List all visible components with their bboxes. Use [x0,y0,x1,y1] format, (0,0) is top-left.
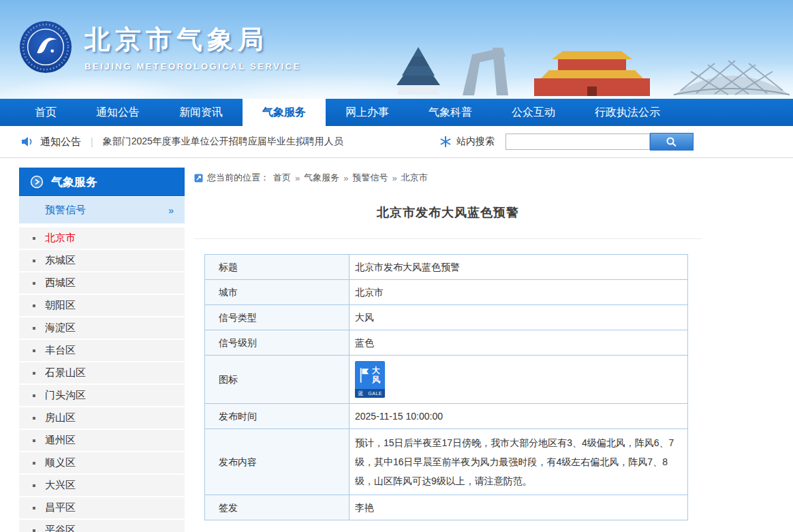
table-row: 信号类型 大风 [205,305,688,330]
gale-warning-level: 蓝 [358,387,363,398]
breadcrumb-separator: » [392,173,396,183]
circle-arrow-icon [30,175,44,189]
sidebar: 气象服务 预警信号 » 北京市 东城区 西城区 朝阳区 海淀区 丰台区 石景山区… [19,168,185,532]
notice-ticker-link[interactable]: 象部门2025年度事业单位公开招聘应届毕业生拟聘用人员 [103,136,349,148]
district-item[interactable]: 顺义区 [19,452,185,473]
main-nav: 首页 通知公告 新闻资讯 气象服务 网上办事 气象科普 公众互动 行政执法公示 [0,99,793,126]
site-search: 站内搜索 [440,126,694,157]
tiananmen-gate-icon [534,51,650,96]
row-value: 北京市 [349,280,688,305]
beijing-skyline-illustration [371,17,793,99]
search-input[interactable] [506,134,650,150]
row-label: 发布时间 [205,404,349,429]
nav-item-notices[interactable]: 通知公告 [76,99,159,126]
district-label: 丰台区 [45,344,76,357]
row-value: 蓝色 [349,330,688,356]
district-label: 海淀区 [45,322,76,334]
row-value: 大风 [349,305,688,330]
nav-item-public-interaction[interactable]: 公众互动 [492,99,575,126]
table-row: 签发 李艳 [205,495,688,520]
district-label: 东城区 [45,254,76,267]
row-label: 标题 [205,255,349,280]
location-arrow-icon [194,174,203,183]
snowflake-icon [440,136,451,147]
bullet-icon [33,304,35,307]
breadcrumb-beijing[interactable]: 北京市 [401,172,428,184]
breadcrumb-separator: » [295,173,300,183]
district-label: 房山区 [45,411,76,424]
district-label: 昌平区 [45,501,76,514]
district-list: 北京市 东城区 西城区 朝阳区 海淀区 丰台区 石景山区 门头沟区 房山区 通州… [19,228,185,532]
search-button[interactable] [650,133,694,151]
breadcrumb-weather-services[interactable]: 气象服务 [304,172,339,184]
chevron-right-icon: » [168,205,174,216]
bullet-icon [33,529,35,532]
breadcrumb-home[interactable]: 首页 [273,172,291,184]
district-item[interactable]: 大兴区 [19,475,185,496]
nav-item-weather-services[interactable]: 气象服务 [243,99,326,126]
row-label: 签发 [205,495,349,520]
page: 北京市气象局 BEIJING METEOROLOGICAL SERVICE 首页… [0,0,793,532]
district-item[interactable]: 石景山区 [19,362,185,384]
brand: 北京市气象局 BEIJING METEOROLOGICAL SERVICE [19,20,301,74]
table-row: 标题 北京市发布大风蓝色预警 [205,255,688,280]
search-icon [666,136,678,147]
district-label: 顺义区 [45,456,76,469]
row-value: 2025-11-15 10:00:00 [349,404,688,429]
district-item[interactable]: 门头沟区 [19,385,185,406]
district-item[interactable]: 西城区 [19,272,185,294]
row-label: 信号级别 [205,330,349,356]
sidebar-title: 气象服务 [19,168,185,196]
title-divider [194,238,702,239]
table-row: 图标 大风 蓝 GAL [205,356,688,404]
sidebar-item-warning-signals[interactable]: 预警信号 » [19,196,185,223]
district-item[interactable]: 丰台区 [19,340,185,361]
bullet-icon [33,372,35,375]
gale-warning-type-label: 大风 [372,366,381,384]
district-item[interactable]: 平谷区 [19,520,185,532]
breadcrumb-warning-signals[interactable]: 预警信号 [352,172,388,184]
row-label: 发布内容 [205,429,349,495]
nav-item-news[interactable]: 新闻资讯 [159,99,243,126]
district-item[interactable]: 昌平区 [19,497,185,518]
main-content: 您当前的位置： 首页 » 气象服务 » 预警信号 » 北京市 北京市发布大风蓝色… [194,172,702,520]
page-title: 北京市发布大风蓝色预警 [194,204,702,221]
bullet-icon [33,260,35,262]
row-label: 城市 [205,280,349,305]
bullet-icon [33,462,35,465]
nav-item-law-enforcement[interactable]: 行政执法公示 [575,99,680,126]
district-item[interactable]: 东城区 [19,250,185,271]
district-label: 平谷区 [45,524,76,532]
bullet-icon [33,282,35,285]
gale-warning-icon: 大风 蓝 GALE [355,361,385,398]
brand-text: 北京市气象局 BEIJING METEOROLOGICAL SERVICE [84,22,301,72]
district-item[interactable]: 海淀区 [19,317,185,339]
district-label: 朝阳区 [45,299,76,312]
bullet-icon [33,484,35,487]
row-value: 大风 蓝 GALE [349,356,688,404]
sidebar-sub-label: 预警信号 [45,204,86,217]
notice-label: 通知公告 [40,136,81,148]
row-label: 信号类型 [205,305,349,330]
district-item[interactable]: 通州区 [19,430,185,451]
gale-warning-level-strip: 蓝 GALE [355,389,385,398]
district-item[interactable]: 房山区 [19,407,185,428]
speaker-icon [20,136,34,147]
nav-item-home[interactable]: 首页 [15,99,76,126]
warning-detail-table: 标题 北京市发布大风蓝色预警 城市 北京市 信号类型 大风 信号级别 蓝色 图标 [204,254,688,520]
gale-warning-level-en: GALE [368,387,382,398]
district-item[interactable]: 朝阳区 [19,295,185,316]
gale-warning-icon-top: 大风 [355,361,385,389]
site-subtitle: BEIJING METEOROLOGICAL SERVICE [84,61,301,72]
bullet-icon [33,327,35,330]
breadcrumb: 您当前的位置： 首页 » 气象服务 » 预警信号 » 北京市 [194,172,702,184]
search-label: 站内搜索 [456,136,495,148]
table-row: 发布时间 2025-11-15 10:00:00 [205,404,688,429]
bullet-icon [33,394,35,397]
district-label: 通州区 [45,434,76,447]
nav-item-online-services[interactable]: 网上办事 [326,99,409,126]
district-label: 大兴区 [45,479,76,492]
district-item[interactable]: 北京市 [19,228,185,249]
nav-item-science[interactable]: 气象科普 [409,99,492,126]
row-value: 李艳 [349,495,688,520]
